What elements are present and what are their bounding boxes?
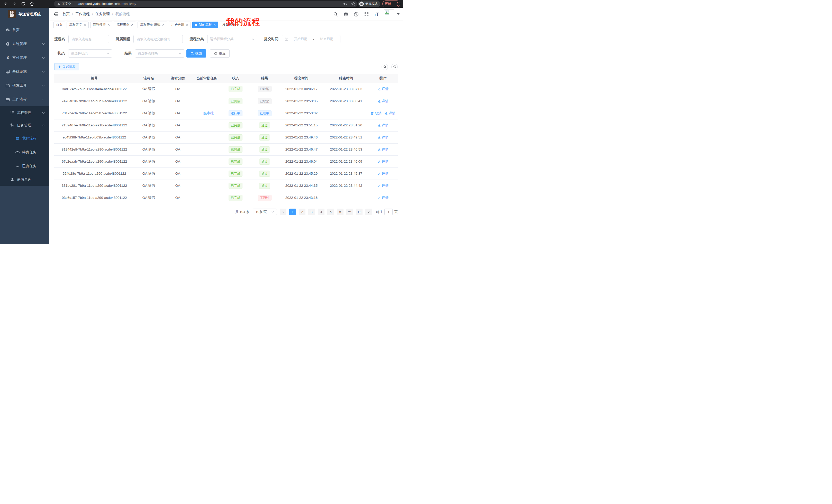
detail-link[interactable]: 详情 <box>378 159 389 164</box>
close-icon[interactable] <box>107 24 110 26</box>
pagination-total: 共 104 条 <box>235 209 250 214</box>
filter-row-2: 状态 请选择状态 结果 请选择流结果 搜索 <box>54 49 398 58</box>
browser-update-button[interactable]: 更新 <box>382 1 400 7</box>
browser-reload-icon[interactable] <box>21 2 25 6</box>
page-button-4[interactable]: 4 <box>318 208 324 215</box>
sidebar-item-payment[interactable]: ¥ 支付管理 <box>0 51 49 65</box>
tab-process-form[interactable]: 流程表单 <box>114 22 136 28</box>
end-date-placeholder[interactable]: 结束日期 <box>316 37 338 41</box>
current-task-link[interactable]: 一级审批 <box>200 111 214 116</box>
show-search-toggle-button[interactable] <box>382 64 388 70</box>
sidebar-item-process-management[interactable]: 流程管理 <box>0 106 49 119</box>
prev-page-button[interactable] <box>280 208 286 215</box>
close-icon[interactable] <box>186 24 188 26</box>
user-avatar-menu[interactable] <box>384 9 399 19</box>
search-icon <box>383 65 386 68</box>
sidebar-item-my-process[interactable]: 我的流程 <box>0 132 49 145</box>
tab-process-model[interactable]: 流程模型 <box>90 22 112 28</box>
security-label[interactable]: 不安全 <box>62 2 71 6</box>
search-icon[interactable] <box>333 12 338 17</box>
detail-link[interactable]: 详情 <box>378 123 389 128</box>
close-icon[interactable] <box>84 24 86 26</box>
close-icon[interactable] <box>213 24 216 26</box>
browser-forward-icon[interactable] <box>12 2 17 6</box>
start-date-placeholder[interactable]: 开始日期 <box>290 37 312 41</box>
dashboard-icon <box>5 28 10 32</box>
reset-button[interactable]: 重置 <box>210 49 230 58</box>
fullscreen-icon[interactable] <box>364 12 369 17</box>
cancel-link[interactable]: 取消 <box>371 111 382 116</box>
sidebar-item-done-tasks[interactable]: 已办任务 <box>0 159 49 173</box>
sidebar-item-task-management[interactable]: 任务管理 <box>0 119 49 132</box>
breadcrumb-task-mgmt[interactable]: 任务管理 <box>95 12 110 17</box>
tab-process-form-edit[interactable]: 流程表单-编辑 <box>137 22 167 28</box>
browser-home-icon[interactable] <box>30 2 34 6</box>
trash-icon <box>371 112 374 115</box>
sidebar-item-workflow[interactable]: 工作流程 <box>0 92 49 106</box>
passwords-key-icon[interactable] <box>343 2 347 6</box>
page-size-select[interactable]: 10条/页 <box>253 208 277 215</box>
status-badge: 已完成 <box>229 195 242 201</box>
page-button-11[interactable]: 11 <box>356 208 363 215</box>
monitor-icon <box>5 69 10 74</box>
browser-menu-icon[interactable] <box>397 2 398 6</box>
sidebar-item-infrastructure[interactable]: 基础设施 <box>0 65 49 79</box>
process-def-input[interactable] <box>133 35 183 43</box>
detail-link[interactable]: 详情 <box>378 99 389 104</box>
page-button-1[interactable]: 1 <box>289 208 296 215</box>
tab-my-process[interactable]: 我的流程 <box>192 22 218 28</box>
chevron-down-icon <box>42 84 45 87</box>
breadcrumb-workflow[interactable]: 工作流程 <box>75 12 90 17</box>
collapse-sidebar-icon[interactable] <box>53 12 58 17</box>
search-icon <box>190 52 194 55</box>
status-select[interactable]: 请选择状态 <box>68 49 112 58</box>
help-icon[interactable] <box>354 12 359 17</box>
page-button-5[interactable]: 5 <box>327 208 334 215</box>
page-button-6[interactable]: 6 <box>337 208 343 215</box>
submit-time-range-picker[interactable]: 开始日期 - 结束日期 <box>282 35 340 43</box>
sidebar-item-todo-tasks[interactable]: 待办任务 <box>0 145 49 159</box>
close-icon[interactable] <box>162 24 164 26</box>
detail-link[interactable]: 详情 <box>378 195 389 200</box>
sidebar-item-devtools[interactable]: 研发工具 <box>0 79 49 92</box>
detail-link[interactable]: 详情 <box>378 135 389 140</box>
page-button-3[interactable]: 3 <box>308 208 315 215</box>
category-select[interactable]: 请选择流程分类 <box>207 35 257 43</box>
chevron-down-icon <box>42 70 45 73</box>
result-select[interactable]: 请选择流结果 <box>135 49 184 58</box>
app-logo-row[interactable]: 芋道管理系统 <box>0 8 49 21</box>
goto-page-input[interactable] <box>384 208 393 215</box>
tab-process-definition[interactable]: 流程定义 <box>67 22 89 28</box>
process-name-input[interactable] <box>69 35 109 43</box>
start-process-button[interactable]: 发起流程 <box>54 63 79 71</box>
sidebar-item-leave-query[interactable]: 请假查询 <box>0 173 49 186</box>
detail-link[interactable]: 详情 <box>385 111 395 116</box>
detail-link[interactable]: 详情 <box>378 87 389 91</box>
detail-link[interactable]: 详情 <box>378 184 389 188</box>
address-bar[interactable]: 不安全 dashboard.yudao.iocoder.cn/bpm/task/… <box>54 1 357 7</box>
update-label[interactable]: 更新 <box>385 2 391 6</box>
table-row: ec45f38f-7b9a-11ec-b03b-acde48001122OA 请… <box>54 131 398 143</box>
font-size-icon[interactable]: TT <box>374 12 379 17</box>
browser-back-icon[interactable] <box>4 2 8 6</box>
refresh-icon <box>214 52 217 55</box>
close-icon[interactable] <box>131 24 133 26</box>
bookmark-star-icon[interactable] <box>351 2 355 6</box>
tab-home[interactable]: 首页 <box>53 22 65 28</box>
refresh-table-button[interactable] <box>391 64 398 70</box>
search-button[interactable]: 搜索 <box>186 49 206 58</box>
tab-user-group[interactable]: 用户分组 <box>169 22 191 28</box>
github-icon[interactable] <box>343 12 348 17</box>
detail-link[interactable]: 详情 <box>378 171 389 176</box>
chevron-down-icon <box>179 52 182 55</box>
breadcrumb-home[interactable]: 首页 <box>62 12 70 17</box>
page-button-2[interactable]: 2 <box>299 208 306 215</box>
more-pages-button[interactable]: ••• <box>346 208 353 215</box>
detail-link[interactable]: 详情 <box>378 147 389 152</box>
result-badge: 不通过 <box>258 195 271 201</box>
next-page-button[interactable] <box>365 208 372 215</box>
result-badge: 通过 <box>259 146 270 152</box>
sidebar-item-system[interactable]: 系统管理 <box>0 37 49 51</box>
sidebar-item-home[interactable]: 首页 <box>0 23 49 37</box>
status-badge: 进行中 <box>229 110 242 116</box>
